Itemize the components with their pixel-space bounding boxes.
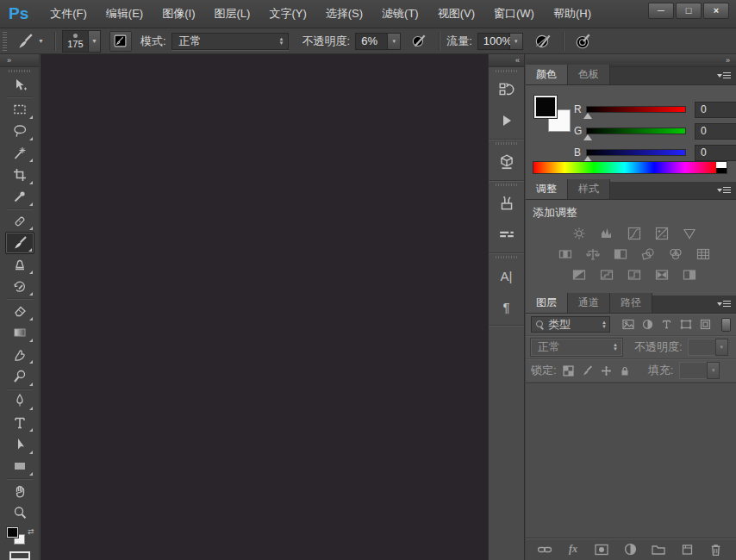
tool-presets-panel-button[interactable] (491, 221, 522, 248)
tab-swatches[interactable]: 色板 (568, 65, 610, 84)
delete-layer-button[interactable] (707, 542, 724, 557)
tab-color[interactable]: 颜色 (526, 65, 568, 84)
canvas[interactable] (41, 54, 488, 560)
layer-blend-mode-select[interactable]: 正常 ▲▼ (531, 339, 622, 356)
close-button[interactable]: × (703, 3, 729, 19)
spot-healing-brush-tool[interactable] (5, 210, 34, 232)
eyedropper-tool[interactable] (5, 186, 34, 208)
lock-position-icon[interactable] (601, 365, 612, 376)
path-selection-tool[interactable] (5, 433, 34, 455)
blue-slider[interactable] (586, 149, 686, 156)
color-lookup-button[interactable] (694, 246, 713, 261)
menu-file[interactable]: 文件(F) (41, 0, 97, 28)
rectangle-tool[interactable] (5, 456, 34, 477)
brush-tool[interactable] (5, 232, 34, 253)
panel-menu-icon[interactable] (717, 72, 731, 81)
airbrush-button[interactable] (572, 31, 595, 52)
eraser-tool[interactable] (5, 300, 34, 321)
new-layer-button[interactable] (678, 542, 695, 557)
filter-shape-layers-icon[interactable] (680, 319, 692, 330)
layer-opacity-dropdown-button[interactable]: ▼ (715, 339, 728, 356)
lasso-tool[interactable] (5, 121, 34, 142)
filter-pixel-layers-icon[interactable] (622, 319, 634, 330)
gradient-map-button[interactable] (652, 267, 671, 282)
layer-fill-dropdown-button[interactable]: ▼ (707, 362, 720, 379)
actions-panel-button[interactable] (491, 107, 522, 134)
green-slider[interactable] (586, 128, 686, 134)
opacity-dropdown-button[interactable]: ▼ (388, 33, 401, 50)
tab-adjustments[interactable]: 调整 (526, 179, 568, 199)
new-group-button[interactable] (650, 542, 667, 557)
properties-panel-button[interactable] (491, 148, 522, 176)
swap-colors-icon[interactable]: ⇄ (28, 527, 34, 536)
link-layers-button[interactable] (536, 542, 553, 557)
flow-combo[interactable]: 100% ▼ (477, 33, 523, 50)
brush-preset-dropdown-button[interactable]: ▼ (88, 30, 101, 53)
layer-opacity-field[interactable] (688, 339, 715, 356)
history-panel-button[interactable] (491, 76, 522, 103)
channel-mixer-button[interactable] (666, 246, 685, 261)
crop-tool[interactable] (5, 164, 34, 185)
maximize-button[interactable]: □ (676, 3, 702, 19)
new-adjustment-layer-button[interactable] (621, 542, 639, 557)
expand-panels-button[interactable]: « (489, 54, 524, 67)
tab-layers[interactable]: 图层 (526, 293, 568, 313)
toggle-brush-panel-button[interactable] (109, 31, 132, 52)
add-layer-mask-button[interactable] (593, 542, 610, 557)
panel-menu-icon[interactable] (717, 186, 731, 196)
tab-styles[interactable]: 样式 (568, 179, 610, 199)
color-balance-button[interactable] (583, 246, 602, 261)
photo-filter-button[interactable] (639, 246, 658, 261)
history-brush-tool[interactable] (5, 276, 34, 297)
move-tool[interactable] (5, 74, 34, 96)
foreground-color-swatch[interactable] (534, 96, 557, 118)
color-spectrum-bar[interactable] (533, 161, 727, 174)
panel-menu-icon[interactable] (717, 300, 731, 309)
horizontal-type-tool[interactable] (5, 412, 34, 433)
menu-select[interactable]: 选择(S) (316, 0, 372, 28)
brightness-contrast-button[interactable] (570, 226, 589, 240)
menu-help[interactable]: 帮助(H) (544, 0, 601, 28)
lock-transparency-icon[interactable] (563, 365, 574, 376)
menu-filter[interactable]: 滤镜(T) (372, 0, 428, 28)
red-slider[interactable] (586, 106, 686, 113)
filter-smart-objects-icon[interactable] (700, 319, 711, 330)
magic-wand-tool[interactable] (5, 142, 34, 164)
layer-list[interactable] (526, 383, 736, 538)
layer-fill-combo[interactable]: ▼ (679, 362, 720, 379)
selective-color-button[interactable] (680, 267, 699, 282)
filter-adjustment-layers-icon[interactable] (642, 319, 653, 330)
quick-mask-button[interactable] (9, 551, 30, 560)
exposure-button[interactable] (652, 226, 671, 240)
layer-opacity-combo[interactable]: ▼ (688, 339, 728, 356)
flow-value[interactable]: 100% (477, 33, 510, 50)
layer-filter-select[interactable]: 类型 ▲▼ (531, 316, 610, 333)
hue-saturation-button[interactable] (556, 246, 575, 261)
threshold-button[interactable] (625, 267, 644, 282)
green-value-field[interactable]: 0 (695, 123, 736, 140)
clone-stamp-tool[interactable] (5, 254, 34, 276)
zoom-tool[interactable] (5, 501, 34, 523)
blue-value-field[interactable]: 0 (695, 145, 736, 161)
menu-layer[interactable]: 图层(L) (204, 0, 259, 28)
menu-edit[interactable]: 编辑(E) (97, 0, 153, 28)
lock-all-icon[interactable] (620, 365, 630, 376)
tablet-opacity-button[interactable] (408, 31, 430, 52)
curves-button[interactable] (625, 226, 644, 240)
brush-preset-picker[interactable]: 175 ▼ (62, 30, 101, 53)
invert-button[interactable] (570, 267, 589, 282)
tool-preset-picker[interactable]: ▼ (12, 31, 47, 52)
red-value-field[interactable]: 0 (695, 102, 736, 118)
opacity-value[interactable]: 6% (355, 33, 388, 50)
airbrush-pressure-button[interactable] (532, 31, 554, 52)
levels-button[interactable] (597, 226, 616, 240)
menu-window[interactable]: 窗口(W) (484, 0, 544, 28)
blend-mode-select[interactable]: 正常 ▲▼ (172, 33, 289, 50)
filter-toggle-switch[interactable] (721, 318, 731, 332)
smudge-tool[interactable] (5, 344, 34, 365)
posterize-button[interactable] (597, 267, 616, 282)
opacity-combo[interactable]: 6% ▼ (355, 33, 401, 50)
black-cell[interactable] (716, 168, 727, 174)
tab-channels[interactable]: 通道 (568, 293, 610, 313)
menu-view[interactable]: 视图(V) (428, 0, 484, 28)
